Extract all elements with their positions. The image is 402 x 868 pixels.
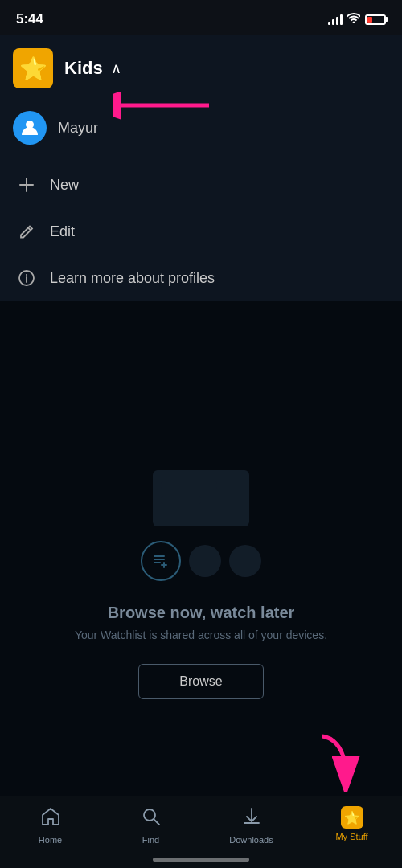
home-indicator bbox=[153, 858, 249, 862]
learn-label: Learn more about profiles bbox=[50, 270, 215, 287]
nav-item-downloads[interactable]: Downloads bbox=[201, 803, 302, 845]
main-content: Browse now, watch later Your Watchlist i… bbox=[0, 301, 402, 868]
status-time: 5:44 bbox=[16, 11, 43, 27]
nav-item-find[interactable]: Find bbox=[100, 803, 201, 845]
profile-dropdown: ⭐ Kids ∧ bbox=[0, 35, 402, 301]
browse-button[interactable]: Browse bbox=[138, 664, 263, 699]
svg-point-4 bbox=[26, 274, 27, 276]
status-bar: 5:44 bbox=[0, 0, 402, 35]
new-label: New bbox=[50, 177, 79, 194]
menu-item-learn[interactable]: Learn more about profiles bbox=[0, 255, 402, 301]
menu-item-new[interactable]: New bbox=[0, 162, 402, 208]
app-container: 5:44 ⭐ Kids ∧ bbox=[0, 0, 402, 868]
nav-item-home[interactable]: Home bbox=[0, 803, 100, 845]
edit-label: Edit bbox=[50, 223, 75, 240]
watchlist-illustration bbox=[141, 470, 261, 581]
watchlist-subtitle: Your Watchlist is shared across all of y… bbox=[75, 628, 327, 641]
status-icons bbox=[328, 13, 386, 26]
plus-icon bbox=[16, 174, 37, 195]
active-profile-name: Kids bbox=[64, 58, 103, 79]
add-watchlist-icon bbox=[141, 541, 181, 581]
nav-label-find: Find bbox=[142, 835, 159, 845]
edit-icon bbox=[16, 221, 37, 242]
kids-avatar: ⭐ bbox=[13, 48, 53, 88]
nav-label-mystuff: My Stuff bbox=[335, 832, 367, 841]
search-icon bbox=[141, 806, 162, 832]
mystuff-avatar: ⭐ bbox=[341, 806, 363, 829]
chevron-up-icon: ∧ bbox=[111, 59, 121, 77]
other-profile-row[interactable]: Mayur bbox=[0, 101, 402, 154]
menu-item-edit[interactable]: Edit bbox=[0, 208, 402, 255]
home-icon bbox=[40, 806, 61, 832]
info-icon bbox=[16, 268, 37, 289]
nav-label-home: Home bbox=[39, 835, 62, 845]
wifi-icon bbox=[347, 13, 360, 26]
other-profile-name: Mayur bbox=[58, 120, 98, 137]
nav-item-mystuff[interactable]: ⭐ My Stuff bbox=[302, 803, 402, 841]
mayur-avatar bbox=[13, 111, 47, 145]
battery-icon bbox=[365, 14, 386, 25]
active-profile-row[interactable]: ⭐ Kids ∧ bbox=[0, 35, 402, 101]
divider bbox=[0, 158, 402, 158]
download-icon bbox=[241, 806, 262, 832]
watchlist-title: Browse now, watch later bbox=[108, 604, 295, 622]
signal-icon bbox=[328, 14, 343, 25]
nav-label-downloads: Downloads bbox=[229, 835, 273, 845]
